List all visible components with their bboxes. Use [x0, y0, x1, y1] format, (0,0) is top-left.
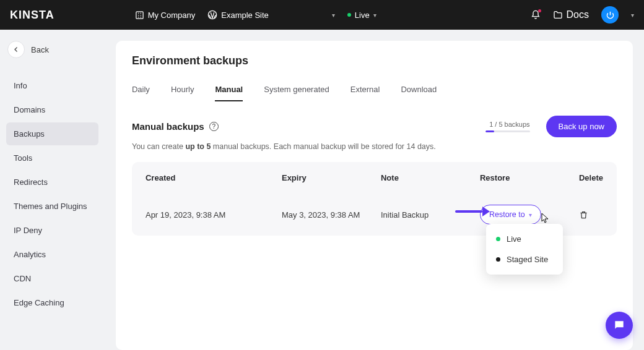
annotation-arrow — [455, 207, 490, 216]
status-dot-icon — [347, 13, 351, 17]
avatar[interactable] — [601, 6, 619, 23]
main-card: Environment backups Daily Hourly Manual … — [116, 41, 633, 350]
tab-download[interactable]: Download — [401, 81, 437, 101]
tab-hourly[interactable]: Hourly — [171, 81, 194, 101]
delete-button[interactable] — [579, 210, 603, 220]
col-restore: Restore — [480, 173, 579, 182]
progress-bar — [485, 130, 530, 132]
cell-created: Apr 19, 2023, 9:38 AM — [146, 210, 282, 220]
sidebar-item-analytics[interactable]: Analytics — [6, 243, 98, 266]
back-label: Back — [31, 45, 49, 54]
col-created: Created — [146, 173, 282, 182]
col-note: Note — [381, 173, 480, 182]
tab-system-generated[interactable]: System generated — [264, 81, 329, 101]
topbar: KINSTA My Company Example Site ▾ Live ▾ … — [0, 0, 644, 30]
chat-icon — [613, 319, 625, 331]
sidebar: Back Info Domains Backups Tools Redirect… — [0, 30, 105, 350]
status-dot-icon — [496, 237, 500, 241]
dropdown-item-staged[interactable]: Staged Site — [486, 249, 563, 270]
building-icon — [135, 11, 144, 20]
cursor-icon — [541, 213, 550, 224]
sidebar-item-redirects[interactable]: Redirects — [6, 171, 98, 194]
sidebar-item-backups[interactable]: Backups — [6, 122, 98, 145]
company-switcher[interactable]: My Company — [135, 11, 196, 20]
notification-badge — [538, 9, 541, 12]
dropdown-label: Staged Site — [507, 255, 548, 264]
site-switcher[interactable]: Example Site ▾ — [207, 10, 335, 20]
notifications-button[interactable] — [531, 10, 541, 20]
col-delete: Delete — [579, 173, 603, 182]
sidebar-item-domains[interactable]: Domains — [6, 98, 98, 121]
section-description: You can create up to 5 manual backups. E… — [132, 142, 617, 151]
sidebar-item-tools[interactable]: Tools — [6, 147, 98, 169]
tabs: Daily Hourly Manual System generated Ext… — [132, 81, 617, 102]
logo[interactable]: KINSTA — [10, 9, 54, 22]
status-dot-icon — [496, 257, 500, 262]
env-switcher[interactable]: Live ▾ — [347, 11, 376, 20]
sidebar-item-themes-plugins[interactable]: Themes and Plugins — [6, 195, 98, 218]
page-title: Environment backups — [132, 54, 617, 67]
svg-rect-0 — [136, 11, 143, 18]
company-name: My Company — [148, 11, 196, 20]
docs-link[interactable]: Docs — [553, 9, 589, 20]
chevron-down-icon[interactable]: ▾ — [631, 12, 634, 19]
env-label: Live — [355, 11, 370, 20]
backup-counter: 1 / 5 backups — [485, 121, 530, 132]
sidebar-item-edge-caching[interactable]: Edge Caching — [6, 291, 98, 314]
tab-daily[interactable]: Daily — [132, 81, 150, 101]
sidebar-item-cdn[interactable]: CDN — [6, 267, 98, 290]
sidebar-item-ip-deny[interactable]: IP Deny — [6, 219, 98, 242]
trash-icon — [579, 210, 588, 220]
help-icon[interactable]: ? — [209, 122, 219, 131]
dropdown-label: Live — [507, 234, 521, 244]
restore-dropdown: Live Staged Site — [486, 224, 563, 275]
wordpress-icon — [207, 10, 217, 20]
docs-label: Docs — [567, 9, 589, 20]
arrow-left-icon — [12, 46, 20, 53]
cursor-annotation — [541, 213, 550, 224]
backup-now-button[interactable]: Back up now — [546, 116, 617, 137]
counter-label: 1 / 5 backups — [489, 121, 529, 128]
restore-label: Restore to — [489, 210, 525, 219]
folder-icon — [553, 10, 563, 20]
section-title: Manual backups — [132, 121, 204, 132]
dropdown-item-live[interactable]: Live — [486, 229, 563, 249]
site-name: Example Site — [221, 11, 269, 20]
chevron-down-icon: ▾ — [529, 211, 532, 218]
table-header-row: Created Expiry Note Restore Delete — [146, 162, 603, 194]
chat-button[interactable] — [606, 312, 633, 339]
col-expiry: Expiry — [282, 173, 381, 182]
chevron-down-icon: ▾ — [332, 12, 335, 19]
chevron-down-icon: ▾ — [373, 12, 376, 19]
tab-external[interactable]: External — [350, 81, 380, 101]
power-icon — [606, 11, 615, 20]
cell-expiry: May 3, 2023, 9:38 AM — [282, 210, 381, 220]
sidebar-item-info[interactable]: Info — [6, 74, 98, 97]
tab-manual[interactable]: Manual — [215, 81, 243, 101]
back-button[interactable] — [7, 41, 25, 58]
